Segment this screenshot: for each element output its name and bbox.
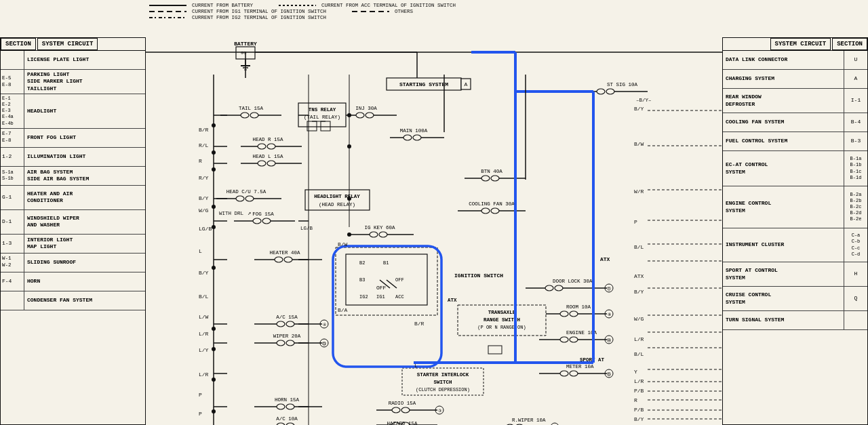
svg-text:ROOM 10A: ROOM 10A xyxy=(566,304,591,310)
svg-text:R/Y: R/Y xyxy=(199,175,209,181)
svg-text:R.WIPER 10A: R.WIPER 10A xyxy=(512,418,546,423)
svg-text:③: ③ xyxy=(438,409,441,413)
svg-point-253 xyxy=(212,409,216,413)
item-label: SLIDING SUNROOF xyxy=(24,254,79,272)
item-code: I-1 xyxy=(844,89,867,113)
list-item: E-1E-2E-3E-4aE-4b HEADLIGHT xyxy=(1,94,145,128)
list-item: W-1W-2 SLIDING SUNROOF xyxy=(1,254,145,272)
svg-text:④: ④ xyxy=(323,323,326,327)
item-label: WINDSHIELD WIPERAND WASHER xyxy=(24,210,82,234)
list-item: DATA LINK CONNECTOR U xyxy=(723,51,867,70)
svg-point-250 xyxy=(212,327,216,331)
svg-text:L/R: L/R xyxy=(634,378,644,384)
svg-point-251 xyxy=(212,347,216,351)
svg-text:L: L xyxy=(199,248,202,254)
svg-text:B/R: B/R xyxy=(414,321,425,327)
item-code xyxy=(1,291,24,310)
item-label: HEATER AND AIRCONDITIONER xyxy=(24,186,75,209)
list-item: SPORT AT CONTROLSYSTEM H xyxy=(723,262,867,287)
right-panel-header: SYSTEM CIRCUIT SECTION xyxy=(723,38,867,51)
svg-text:A/C 15A: A/C 15A xyxy=(276,315,298,320)
svg-text:–B/Y–: –B/Y– xyxy=(636,98,652,103)
svg-text:⑭: ⑭ xyxy=(607,338,611,343)
left-section-button[interactable]: SECTION xyxy=(1,38,36,50)
item-label: SPORT AT CONTROLSYSTEM xyxy=(723,262,844,286)
item-code: S-1aS-1b xyxy=(1,167,24,185)
svg-point-279 xyxy=(347,197,351,201)
left-system-circuit-button[interactable]: SYSTEM CIRCUIT xyxy=(37,38,98,50)
list-item: CONDENSER FAN SYSTEM xyxy=(1,291,145,310)
legend-row-3: CURRENT FROM IG2 TERMINAL OF IGNITION SW… xyxy=(149,15,719,20)
svg-text:L/W: L/W xyxy=(199,314,209,320)
svg-text:RADIO 15A: RADIO 15A xyxy=(389,401,416,406)
svg-text:B/Y: B/Y xyxy=(634,289,644,295)
list-item: S-1aS-1b AIR BAG SYSTEMSIDE AIR BAG SYST… xyxy=(1,167,145,186)
legend-row-2: CURRENT FROM IG1 TERMINAL OF IGNITION SW… xyxy=(149,9,719,14)
svg-text:STARTING SYSTEM: STARTING SYSTEM xyxy=(399,81,448,87)
item-label: HORN xyxy=(24,272,43,291)
right-panel: SYSTEM CIRCUIT SECTION DATA LINK CONNECT… xyxy=(722,37,868,425)
svg-text:B/W: B/W xyxy=(634,141,644,147)
svg-text:B1: B1 xyxy=(383,260,389,266)
list-item: FUEL CONTROL SYSTEM B-3 xyxy=(723,132,867,151)
list-item: CRUISE CONTROLSYSTEM Q xyxy=(723,287,867,311)
svg-text:B/Y: B/Y xyxy=(634,416,644,422)
item-code: C-aC-bC-cC-d xyxy=(844,228,867,262)
svg-text:P: P xyxy=(199,392,202,398)
list-item: 1-3 INTERIOR LIGHTMAP LIGHT xyxy=(1,235,145,254)
item-code xyxy=(844,311,867,329)
svg-text:HEATER 40A: HEATER 40A xyxy=(269,250,300,256)
svg-point-244 xyxy=(212,123,216,127)
svg-text:↗: ↗ xyxy=(248,210,251,217)
svg-text:BTN 40A: BTN 40A xyxy=(481,169,502,174)
svg-text:COOLING FAN 30A: COOLING FAN 30A xyxy=(469,201,515,207)
svg-text:ATX: ATX xyxy=(600,256,610,262)
svg-text:B/W: B/W xyxy=(338,241,348,247)
svg-text:(P OR N RANGE·ON): (P OR N RANGE·ON) xyxy=(477,325,526,330)
svg-text:STARTER INTERLOCK: STARTER INTERLOCK xyxy=(417,372,469,378)
item-label: CHARGING SYSTEM xyxy=(723,70,844,88)
svg-text:R: R xyxy=(634,397,637,403)
svg-text:A/C 10A: A/C 10A xyxy=(276,416,298,422)
item-code: B-2aB-2bB-2cB-2dB-2e xyxy=(844,186,867,228)
svg-text:B/R: B/R xyxy=(199,127,209,133)
svg-text:ACC: ACC xyxy=(395,294,404,300)
list-item: D-1 WINDSHIELD WIPERAND WASHER xyxy=(1,210,145,235)
item-code: D-1 xyxy=(1,210,24,234)
svg-text:HORN 15A: HORN 15A xyxy=(275,397,300,403)
item-label: CONDENSER FAN SYSTEM xyxy=(24,291,95,310)
svg-point-245 xyxy=(212,150,216,155)
svg-point-248 xyxy=(212,225,216,229)
right-system-circuit-button[interactable]: SYSTEM CIRCUIT xyxy=(770,38,831,50)
svg-text:L/R: L/R xyxy=(199,331,209,337)
svg-text:TNS RELAY: TNS RELAY xyxy=(309,107,336,113)
item-label: INTERIOR LIGHTMAP LIGHT xyxy=(24,235,75,253)
item-code: W-1W-2 xyxy=(1,254,24,272)
list-item: F-4 HORN xyxy=(1,272,145,291)
svg-text:R: R xyxy=(199,158,202,164)
svg-text:INJ 30A: INJ 30A xyxy=(355,106,377,111)
svg-text:W/R: W/R xyxy=(634,188,644,195)
svg-text:R/L: R/L xyxy=(199,142,209,148)
item-label: ILLUMINATION LIGHT xyxy=(24,148,88,166)
svg-text:HEADLIGHT RELAY: HEADLIGHT RELAY xyxy=(314,194,360,199)
list-item: LICENSE PLATE LIGHT xyxy=(1,51,145,70)
svg-text:METER 10A: METER 10A xyxy=(566,364,594,369)
svg-text:FOG 15A: FOG 15A xyxy=(252,211,274,217)
item-code: 1-3 xyxy=(1,235,24,253)
svg-text:HEAD R 15A: HEAD R 15A xyxy=(252,137,283,142)
legend-label-3: CURRENT FROM IG2 TERMINAL OF IGNITION SW… xyxy=(192,15,326,20)
svg-point-278 xyxy=(347,144,351,148)
legend: CURRENT FROM BATTERY CURRENT FROM ACC TE… xyxy=(149,3,719,20)
svg-text:(HEAD RELAY): (HEAD RELAY) xyxy=(319,202,355,207)
item-code: U xyxy=(844,51,867,69)
svg-text:ATX: ATX xyxy=(448,298,457,303)
item-code: F-4 xyxy=(1,272,24,291)
svg-text:HEAD L 15A: HEAD L 15A xyxy=(252,154,283,159)
right-section-button[interactable]: SECTION xyxy=(832,38,867,50)
wiring-diagram: { "legend": { "lines": [ {"type": "solid… xyxy=(0,0,868,425)
svg-text:B3: B3 xyxy=(359,277,365,283)
svg-text:⑮: ⑮ xyxy=(607,372,611,377)
legend-row-1: CURRENT FROM BATTERY CURRENT FROM ACC TE… xyxy=(149,3,719,8)
svg-text:L/R: L/R xyxy=(634,336,644,342)
